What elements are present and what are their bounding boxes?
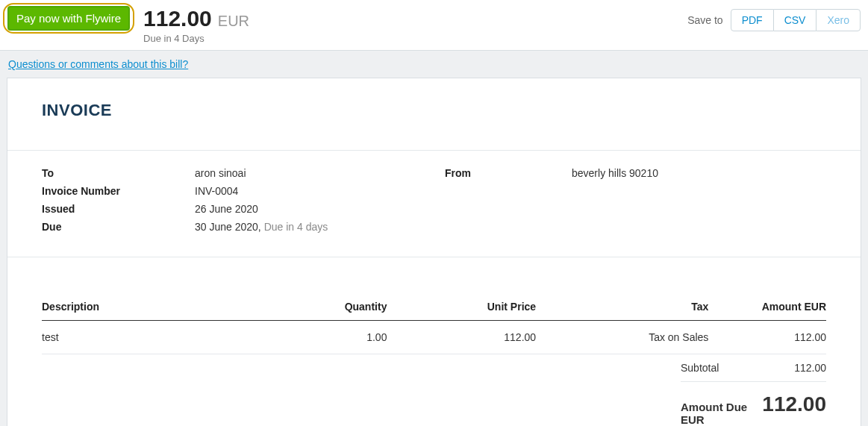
amount-block: 112.00 EUR Due in 4 Days xyxy=(143,6,249,44)
cell-description: test xyxy=(42,321,293,354)
invoice-meta: To aron sinoai Invoice Number INV-0004 I… xyxy=(7,151,861,257)
invoice-header: INVOICE xyxy=(7,78,861,150)
topbar-right: Save to PDF CSV Xero xyxy=(687,6,861,31)
invoice-title: INVOICE xyxy=(42,101,826,120)
line-items-section: Description Quantity Unit Price Tax Amou… xyxy=(7,257,861,426)
from-label: From xyxy=(445,167,572,179)
table-row: test 1.00 112.00 Tax on Sales 112.00 xyxy=(42,321,826,354)
cell-unit-price: 112.00 xyxy=(387,321,536,354)
pay-now-button[interactable]: Pay now with Flywire xyxy=(7,6,130,31)
export-csv-button[interactable]: CSV xyxy=(774,9,817,31)
col-tax: Tax xyxy=(536,295,708,321)
subtotal-value: 112.00 xyxy=(794,362,826,374)
col-amount: Amount EUR xyxy=(708,295,826,321)
invoice-card: INVOICE To aron sinoai Invoice Number IN… xyxy=(7,78,861,426)
to-value: aron sinoai xyxy=(195,167,246,179)
invoice-amount: 112.00 xyxy=(143,6,212,31)
amount-due-value: 112.00 xyxy=(762,392,826,416)
issued-value: 26 June 2020 xyxy=(195,203,258,215)
export-pdf-button[interactable]: PDF xyxy=(731,9,774,31)
cell-amount: 112.00 xyxy=(708,321,826,354)
pay-button-wrap: Pay now with Flywire xyxy=(7,6,130,31)
export-button-group: PDF CSV Xero xyxy=(731,9,861,31)
line-items-table: Description Quantity Unit Price Tax Amou… xyxy=(42,295,826,354)
amount-due-row: Amount Due EUR 112.00 xyxy=(681,382,826,426)
col-quantity: Quantity xyxy=(293,295,387,321)
amount-due-label: Amount Due EUR xyxy=(681,401,762,426)
export-xero-button[interactable]: Xero xyxy=(816,9,861,31)
to-label: To xyxy=(42,167,195,179)
content-area: Questions or comments about this bill? I… xyxy=(0,50,868,426)
due-relative-value: Due in 4 days xyxy=(264,221,328,233)
invoice-currency: EUR xyxy=(218,13,249,30)
col-unit-price: Unit Price xyxy=(387,295,536,321)
subtotal-label: Subtotal xyxy=(681,362,719,374)
due-subtext: Due in 4 Days xyxy=(143,33,249,44)
top-bar: Pay now with Flywire 112.00 EUR Due in 4… xyxy=(0,0,868,50)
totals-block: Subtotal 112.00 Amount Due EUR 112.00 xyxy=(681,354,826,426)
cell-quantity: 1.00 xyxy=(293,321,387,354)
invoice-number-value: INV-0004 xyxy=(195,185,238,197)
invoice-number-label: Invoice Number xyxy=(42,185,195,197)
cell-tax: Tax on Sales xyxy=(536,321,708,354)
issued-label: Issued xyxy=(42,203,195,215)
from-value: beverly hills 90210 xyxy=(572,167,658,179)
save-to-label: Save to xyxy=(687,14,722,26)
table-header-row: Description Quantity Unit Price Tax Amou… xyxy=(42,295,826,321)
due-date-value: 30 June 2020, xyxy=(195,221,261,233)
questions-link[interactable]: Questions or comments about this bill? xyxy=(8,58,188,70)
col-description: Description xyxy=(42,295,293,321)
subtotal-row: Subtotal 112.00 xyxy=(681,354,826,382)
due-label: Due xyxy=(42,221,195,233)
